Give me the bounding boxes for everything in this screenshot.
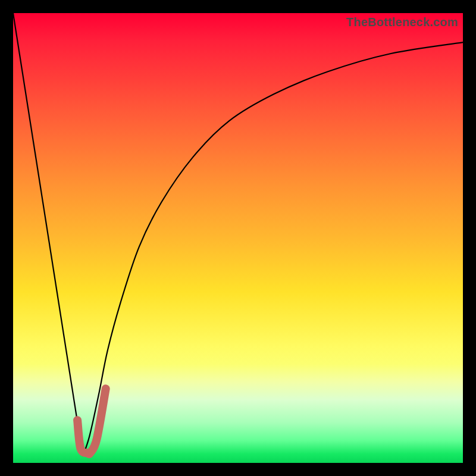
chart-plot-area: TheBottleneck.com bbox=[13, 13, 463, 463]
curve-left-branch bbox=[13, 13, 83, 456]
chart-curves-svg bbox=[13, 13, 463, 463]
marker-hook bbox=[77, 389, 106, 454]
chart-frame: TheBottleneck.com bbox=[0, 0, 476, 476]
curve-right-branch bbox=[83, 42, 463, 456]
